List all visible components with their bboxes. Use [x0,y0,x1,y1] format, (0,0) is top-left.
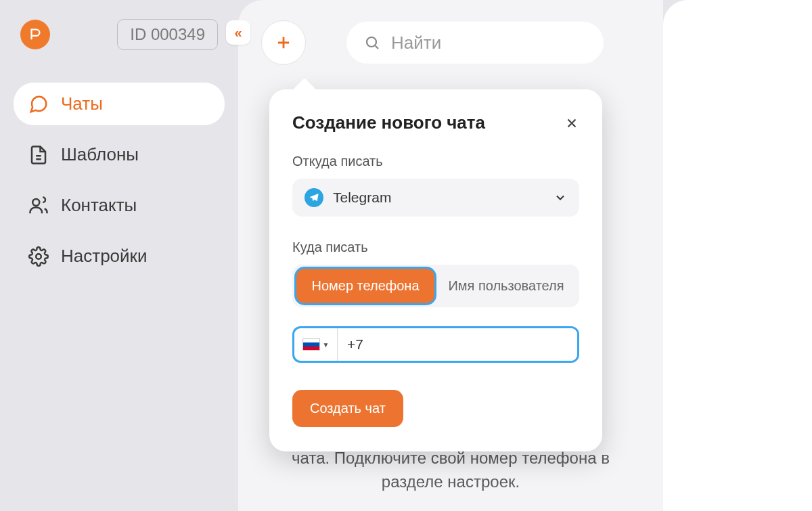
source-select-value: Telegram [333,190,544,206]
document-icon [28,145,49,165]
popover-title: Создание нового чата [292,112,485,133]
chevron-down-icon [554,191,567,204]
phone-input-row: ▼ [292,326,579,363]
empty-state-text: чата. Подключите свой номер телефона в р… [275,447,627,494]
contacts-icon [28,196,49,216]
close-button[interactable] [564,116,579,131]
create-chat-button[interactable]: Создать чат [292,390,403,427]
nav-item-templates[interactable]: Шаблоны [14,133,225,176]
search-icon [364,35,380,51]
svg-point-1 [36,254,41,259]
nav-item-chats[interactable]: Чаты [14,83,225,125]
source-select[interactable]: Telegram [292,179,579,217]
nav-item-contacts[interactable]: Контакты [14,184,225,227]
top-toolbar [261,20,640,65]
to-label: Куда писать [292,240,579,255]
phone-input[interactable] [338,328,577,361]
sidebar: ID 000349 Чаты Шаблоны Контакты [0,0,238,511]
search-bar[interactable] [346,22,604,64]
nav-label: Шаблоны [61,144,139,165]
nav-label: Настройки [61,246,148,267]
country-select[interactable]: ▼ [294,328,338,361]
chevron-left-double-icon: « [234,25,242,41]
chat-icon [28,94,49,114]
new-chat-button[interactable] [261,20,306,65]
nav-label: Чаты [61,93,103,114]
right-panel [663,0,812,511]
popover-header: Создание нового чата [292,112,579,133]
main-nav: Чаты Шаблоны Контакты Настройки [14,83,225,277]
flag-ru-icon [302,338,320,351]
account-id-badge: ID 000349 [117,19,218,50]
telegram-icon [304,188,323,207]
caret-down-icon: ▼ [323,341,330,349]
app-logo[interactable] [20,20,50,49]
svg-point-0 [32,199,39,206]
nav-item-settings[interactable]: Настройки [14,235,225,277]
close-icon [564,116,579,131]
plus-icon [274,33,293,52]
toggle-username[interactable]: Имя пользователя [437,269,575,303]
svg-point-2 [367,37,376,47]
nav-label: Контакты [61,195,137,216]
toggle-phone[interactable]: Номер телефона [296,269,434,303]
destination-type-toggle: Номер телефона Имя пользователя [292,265,579,307]
collapse-sidebar-button[interactable]: « [226,20,250,45]
gear-icon [28,246,49,267]
search-input[interactable] [391,32,586,53]
from-label: Откуда писать [292,154,579,169]
sidebar-header: ID 000349 [14,19,225,50]
new-chat-popover: Создание нового чата Откуда писать Teleg… [269,89,602,451]
